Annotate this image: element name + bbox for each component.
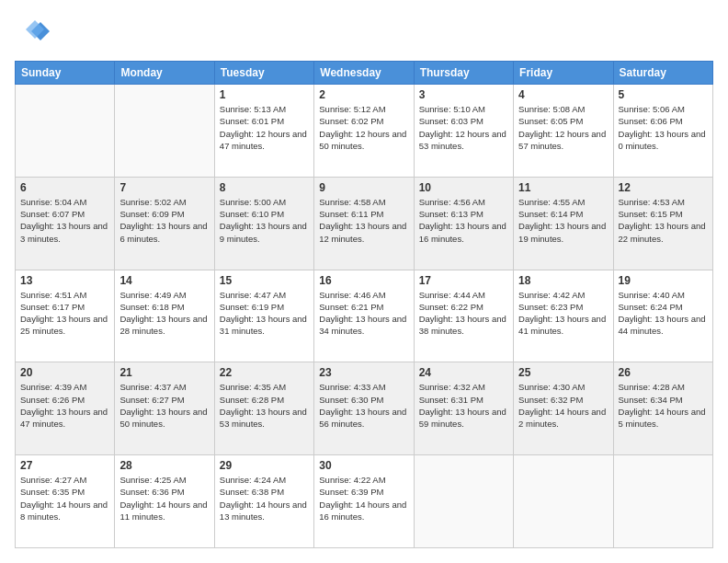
calendar-week-row: 13Sunrise: 4:51 AM Sunset: 6:17 PM Dayli… [16, 270, 713, 362]
calendar-day-cell: 6Sunrise: 5:04 AM Sunset: 6:07 PM Daylig… [16, 177, 115, 270]
day-number: 8 [220, 181, 309, 194]
calendar-day-cell: 4Sunrise: 5:08 AM Sunset: 6:05 PM Daylig… [514, 85, 613, 178]
day-info: Sunrise: 4:51 AM Sunset: 6:17 PM Dayligh… [20, 289, 109, 338]
calendar-day-cell: 26Sunrise: 4:28 AM Sunset: 6:34 PM Dayli… [613, 362, 712, 455]
day-info: Sunrise: 4:44 AM Sunset: 6:22 PM Dayligh… [419, 289, 508, 338]
day-info: Sunrise: 5:13 AM Sunset: 6:01 PM Dayligh… [220, 103, 309, 152]
day-number: 2 [319, 88, 408, 101]
day-info: Sunrise: 4:46 AM Sunset: 6:21 PM Dayligh… [319, 289, 408, 338]
calendar-day-cell: 19Sunrise: 4:40 AM Sunset: 6:24 PM Dayli… [613, 270, 712, 362]
day-number: 6 [20, 181, 109, 194]
day-number: 7 [119, 181, 209, 194]
day-number: 24 [419, 366, 508, 379]
calendar-day-cell: 12Sunrise: 4:53 AM Sunset: 6:15 PM Dayli… [613, 177, 712, 270]
calendar-day-cell: 13Sunrise: 4:51 AM Sunset: 6:17 PM Dayli… [16, 270, 115, 362]
day-number: 9 [319, 181, 408, 194]
day-info: Sunrise: 4:24 AM Sunset: 6:38 PM Dayligh… [220, 474, 309, 523]
calendar-day-cell: 29Sunrise: 4:24 AM Sunset: 6:38 PM Dayli… [214, 455, 313, 548]
day-info: Sunrise: 4:49 AM Sunset: 6:18 PM Dayligh… [119, 289, 209, 338]
day-number: 15 [220, 274, 309, 287]
calendar-day-cell: 24Sunrise: 4:32 AM Sunset: 6:31 PM Dayli… [414, 362, 513, 455]
calendar-day-header: Monday [115, 62, 214, 85]
day-number: 30 [319, 459, 408, 472]
day-info: Sunrise: 5:12 AM Sunset: 6:02 PM Dayligh… [319, 103, 408, 152]
day-number: 10 [419, 181, 508, 194]
calendar-day-cell [115, 85, 214, 178]
day-info: Sunrise: 4:47 AM Sunset: 6:19 PM Dayligh… [220, 289, 309, 338]
day-info: Sunrise: 4:35 AM Sunset: 6:28 PM Dayligh… [220, 381, 309, 430]
day-number: 29 [220, 459, 309, 472]
logo [15, 15, 51, 52]
day-info: Sunrise: 4:39 AM Sunset: 6:26 PM Dayligh… [20, 381, 109, 430]
day-info: Sunrise: 4:27 AM Sunset: 6:35 PM Dayligh… [20, 474, 109, 523]
calendar-day-cell [16, 85, 115, 178]
day-number: 22 [220, 366, 309, 379]
calendar-day-cell: 17Sunrise: 4:44 AM Sunset: 6:22 PM Dayli… [414, 270, 513, 362]
day-info: Sunrise: 4:53 AM Sunset: 6:15 PM Dayligh… [619, 196, 708, 245]
day-info: Sunrise: 4:56 AM Sunset: 6:13 PM Dayligh… [419, 196, 508, 245]
day-number: 13 [20, 274, 109, 287]
day-info: Sunrise: 4:33 AM Sunset: 6:30 PM Dayligh… [319, 381, 408, 430]
calendar-day-cell: 3Sunrise: 5:10 AM Sunset: 6:03 PM Daylig… [414, 85, 513, 178]
day-info: Sunrise: 4:32 AM Sunset: 6:31 PM Dayligh… [419, 381, 508, 430]
calendar-day-cell: 2Sunrise: 5:12 AM Sunset: 6:02 PM Daylig… [314, 85, 414, 178]
logo-icon [15, 15, 51, 52]
day-number: 12 [619, 181, 708, 194]
day-number: 1 [220, 88, 309, 101]
calendar-day-cell: 9Sunrise: 4:58 AM Sunset: 6:11 PM Daylig… [314, 177, 414, 270]
calendar-day-cell: 20Sunrise: 4:39 AM Sunset: 6:26 PM Dayli… [16, 362, 115, 455]
calendar-day-cell: 28Sunrise: 4:25 AM Sunset: 6:36 PM Dayli… [115, 455, 214, 548]
day-number: 26 [619, 366, 708, 379]
day-info: Sunrise: 4:22 AM Sunset: 6:39 PM Dayligh… [319, 474, 408, 523]
calendar-day-cell: 8Sunrise: 5:00 AM Sunset: 6:10 PM Daylig… [214, 177, 313, 270]
day-info: Sunrise: 5:10 AM Sunset: 6:03 PM Dayligh… [419, 103, 508, 152]
calendar-day-cell: 30Sunrise: 4:22 AM Sunset: 6:39 PM Dayli… [314, 455, 414, 548]
calendar-day-cell: 5Sunrise: 5:06 AM Sunset: 6:06 PM Daylig… [613, 85, 712, 178]
day-info: Sunrise: 4:55 AM Sunset: 6:14 PM Dayligh… [518, 196, 608, 245]
header [15, 15, 713, 52]
day-number: 17 [419, 274, 508, 287]
calendar-day-header: Thursday [414, 62, 513, 85]
calendar-day-header: Sunday [16, 62, 115, 85]
calendar-day-cell [613, 455, 712, 548]
day-number: 21 [119, 366, 209, 379]
day-number: 16 [319, 274, 408, 287]
calendar-day-cell: 11Sunrise: 4:55 AM Sunset: 6:14 PM Dayli… [514, 177, 613, 270]
calendar-header-row: SundayMondayTuesdayWednesdayThursdayFrid… [16, 62, 713, 85]
calendar-day-cell [414, 455, 513, 548]
day-info: Sunrise: 4:37 AM Sunset: 6:27 PM Dayligh… [119, 381, 209, 430]
calendar-day-header: Tuesday [214, 62, 313, 85]
day-number: 20 [20, 366, 109, 379]
calendar-day-header: Wednesday [314, 62, 414, 85]
calendar-week-row: 6Sunrise: 5:04 AM Sunset: 6:07 PM Daylig… [16, 177, 713, 270]
day-info: Sunrise: 5:04 AM Sunset: 6:07 PM Dayligh… [20, 196, 109, 245]
calendar-day-cell: 18Sunrise: 4:42 AM Sunset: 6:23 PM Dayli… [514, 270, 613, 362]
page: SundayMondayTuesdayWednesdayThursdayFrid… [0, 0, 728, 563]
calendar-day-cell: 27Sunrise: 4:27 AM Sunset: 6:35 PM Dayli… [16, 455, 115, 548]
calendar-day-cell: 15Sunrise: 4:47 AM Sunset: 6:19 PM Dayli… [214, 270, 313, 362]
day-info: Sunrise: 5:02 AM Sunset: 6:09 PM Dayligh… [119, 196, 209, 245]
calendar-day-header: Friday [514, 62, 613, 85]
day-number: 5 [619, 88, 708, 101]
calendar-day-cell: 21Sunrise: 4:37 AM Sunset: 6:27 PM Dayli… [115, 362, 214, 455]
calendar-week-row: 20Sunrise: 4:39 AM Sunset: 6:26 PM Dayli… [16, 362, 713, 455]
day-info: Sunrise: 4:28 AM Sunset: 6:34 PM Dayligh… [619, 381, 708, 430]
day-number: 28 [119, 459, 209, 472]
calendar-day-cell: 25Sunrise: 4:30 AM Sunset: 6:32 PM Dayli… [514, 362, 613, 455]
calendar-day-cell: 14Sunrise: 4:49 AM Sunset: 6:18 PM Dayli… [115, 270, 214, 362]
calendar-day-header: Saturday [613, 62, 712, 85]
day-info: Sunrise: 5:00 AM Sunset: 6:10 PM Dayligh… [220, 196, 309, 245]
day-number: 3 [419, 88, 508, 101]
day-number: 11 [518, 181, 608, 194]
day-info: Sunrise: 5:06 AM Sunset: 6:06 PM Dayligh… [619, 103, 708, 152]
calendar-day-cell: 1Sunrise: 5:13 AM Sunset: 6:01 PM Daylig… [214, 85, 313, 178]
day-number: 14 [119, 274, 209, 287]
day-info: Sunrise: 5:08 AM Sunset: 6:05 PM Dayligh… [518, 103, 608, 152]
day-info: Sunrise: 4:30 AM Sunset: 6:32 PM Dayligh… [518, 381, 608, 430]
calendar-day-cell: 10Sunrise: 4:56 AM Sunset: 6:13 PM Dayli… [414, 177, 513, 270]
calendar-day-cell: 16Sunrise: 4:46 AM Sunset: 6:21 PM Dayli… [314, 270, 414, 362]
day-number: 23 [319, 366, 408, 379]
day-number: 19 [619, 274, 708, 287]
calendar-week-row: 27Sunrise: 4:27 AM Sunset: 6:35 PM Dayli… [16, 455, 713, 548]
calendar-day-cell: 22Sunrise: 4:35 AM Sunset: 6:28 PM Dayli… [214, 362, 313, 455]
